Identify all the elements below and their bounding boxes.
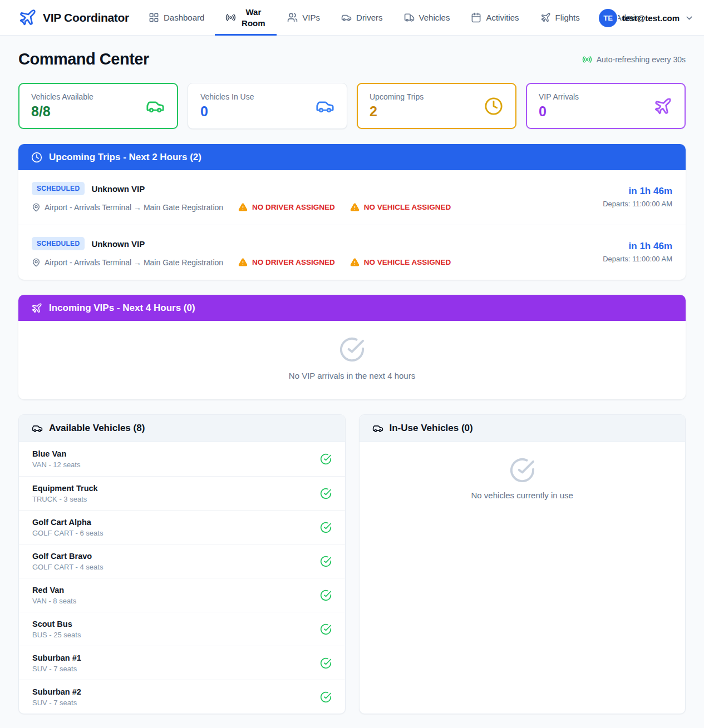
vehicle-row: Suburban #1 SUV - 7 seats	[19, 646, 345, 680]
vehicle-row: Suburban #2 SUV - 7 seats	[19, 680, 345, 714]
plane-icon	[653, 97, 672, 116]
vehicle-row: Red Van VAN - 8 seats	[19, 578, 345, 612]
nav-label: Vehicles	[419, 13, 450, 22]
empty-message: No VIP arrivals in the next 4 hours	[289, 371, 415, 380]
vips-empty-state: No VIP arrivals in the next 4 hours	[18, 321, 686, 399]
nav-label: VIPs	[302, 13, 320, 22]
vehicle-name: Golf Cart Alpha	[32, 518, 103, 527]
check-circle-icon	[320, 691, 332, 703]
trip-route: Airport - Arrivals Terminal → Main Gate …	[32, 258, 223, 267]
empty-message: No vehicles currently in use	[471, 491, 573, 500]
vehicle-name: Golf Cart Bravo	[32, 552, 103, 561]
stat-label: VIP Arrivals	[539, 92, 673, 101]
stat-value: 2	[370, 103, 504, 120]
nav-item-drivers[interactable]: Drivers	[331, 0, 393, 36]
stat-card-upcoming-trips: Upcoming Trips 2	[357, 83, 516, 129]
warning-triangle-icon	[350, 202, 360, 212]
warning-triangle-icon	[238, 257, 248, 267]
vehicle-row: Golf Cart Alpha GOLF CART - 6 seats	[19, 510, 345, 544]
check-circle-icon	[339, 336, 365, 363]
vehicle-row: Equipment Truck TRUCK - 3 seats	[19, 476, 345, 510]
upcoming-trips-header: Upcoming Trips - Next 2 Hours (2)	[18, 144, 686, 170]
no-driver-warning: NO DRIVER ASSIGNED	[238, 202, 335, 212]
vehicle-name: Blue Van	[32, 449, 80, 458]
trip-route-text: Airport - Arrivals Terminal → Main Gate …	[45, 258, 223, 267]
section-title: Upcoming Trips - Next 2 Hours (2)	[49, 152, 201, 163]
nav-item-dashboard[interactable]: Dashboard	[138, 0, 215, 36]
no-vehicle-warning: NO VEHICLE ASSIGNED	[350, 257, 451, 267]
trip-vip-name: Unknown VIP	[91, 184, 145, 194]
command-center-page: Command Center Auto-refreshing every 30s…	[0, 50, 704, 714]
trip-timing: in 1h 46m Departs: 11:00:00 AM	[603, 186, 672, 208]
trip-countdown: in 1h 46m	[603, 186, 672, 197]
vehicle-name: Suburban #1	[32, 653, 81, 662]
check-circle-icon	[320, 488, 332, 499]
vehicle-details: SUV - 7 seats	[32, 665, 81, 673]
trip-countdown: in 1h 46m	[603, 241, 672, 252]
truck-icon	[404, 12, 415, 23]
nav-label: War Room	[240, 7, 266, 28]
nav-item-vehicles[interactable]: Vehicles	[393, 0, 461, 36]
radio-icon	[225, 12, 236, 23]
trip-route: Airport - Arrivals Terminal → Main Gate …	[32, 203, 223, 212]
stat-value: 0	[200, 103, 334, 120]
car-icon	[32, 423, 43, 434]
car-icon	[316, 97, 334, 116]
warning-text: NO VEHICLE ASSIGNED	[364, 203, 451, 211]
brand[interactable]: VIP Coordinator	[18, 8, 129, 27]
auto-refresh-label: Auto-refreshing every 30s	[597, 55, 686, 64]
avatar[interactable]: TE	[599, 9, 617, 27]
plane-icon	[31, 303, 42, 314]
status-badge: SCHEDULED	[32, 237, 85, 250]
stat-card-vehicles-available: Vehicles Available 8/8	[18, 83, 178, 129]
check-circle-icon	[320, 623, 332, 635]
user-menu[interactable]: TE test@test.com	[599, 0, 694, 36]
nav-item-war-room[interactable]: War Room	[215, 0, 277, 36]
nav-label: Flights	[555, 13, 580, 22]
auto-refresh-status: Auto-refreshing every 30s	[582, 55, 686, 65]
vehicle-name: Scout Bus	[32, 620, 81, 628]
trip-departure-time: Departs: 11:00:00 AM	[603, 200, 672, 208]
trip-departure-time: Departs: 11:00:00 AM	[603, 255, 672, 263]
warning-triangle-icon	[350, 257, 360, 267]
brand-name: VIP Coordinator	[43, 11, 129, 24]
trip-row: SCHEDULED Unknown VIP Airport - Arrivals…	[18, 225, 686, 280]
map-pin-icon	[32, 258, 41, 267]
map-pin-icon	[32, 203, 41, 212]
users-icon	[287, 12, 298, 23]
in-use-vehicles-header: In-Use Vehicles (0)	[360, 415, 686, 442]
warning-text: NO VEHICLE ASSIGNED	[364, 258, 451, 266]
available-vehicles-header: Available Vehicles (8)	[19, 415, 345, 442]
section-title: Incoming VIPs - Next 4 Hours (0)	[49, 303, 195, 314]
check-circle-icon	[320, 556, 332, 567]
vehicle-details: VAN - 8 seats	[32, 597, 76, 605]
car-icon	[146, 97, 165, 116]
vehicle-row: Blue Van VAN - 12 seats	[19, 442, 345, 476]
user-email: test@test.com	[622, 13, 680, 23]
page-title: Command Center	[18, 50, 149, 68]
stat-cards: Vehicles Available 8/8 Vehicles In Use 0…	[18, 83, 686, 129]
clock-icon	[31, 152, 42, 163]
main-nav: Dashboard War Room VIPs Drivers Vehicles…	[138, 0, 650, 36]
chevron-down-icon[interactable]	[685, 13, 694, 23]
trip-row: SCHEDULED Unknown VIP Airport - Arrivals…	[18, 170, 686, 225]
warning-text: NO DRIVER ASSIGNED	[252, 258, 335, 266]
check-circle-icon	[320, 657, 332, 669]
nav-item-vips[interactable]: VIPs	[277, 0, 331, 36]
available-vehicles-panel: Available Vehicles (8) Blue Van VAN - 12…	[18, 414, 346, 714]
no-driver-warning: NO DRIVER ASSIGNED	[238, 257, 335, 267]
nav-item-flights[interactable]: Flights	[530, 0, 590, 36]
in-use-vehicles-panel: In-Use Vehicles (0) No vehicles currentl…	[359, 414, 686, 714]
vehicle-details: SUV - 7 seats	[32, 699, 81, 707]
vehicle-row: Golf Cart Bravo GOLF CART - 4 seats	[19, 544, 345, 578]
nav-item-activities[interactable]: Activities	[460, 0, 529, 36]
in-use-empty-state: No vehicles currently in use	[360, 442, 686, 500]
vehicle-panels: Available Vehicles (8) Blue Van VAN - 12…	[18, 414, 686, 714]
trip-timing: in 1h 46m Departs: 11:00:00 AM	[603, 241, 672, 263]
warning-text: NO DRIVER ASSIGNED	[252, 203, 335, 211]
vehicle-details: BUS - 25 seats	[32, 631, 81, 639]
vehicle-details: VAN - 12 seats	[32, 460, 80, 469]
page-header: Command Center Auto-refreshing every 30s	[18, 50, 686, 68]
stat-label: Vehicles Available	[31, 92, 165, 101]
stat-card-vehicles-in-use: Vehicles In Use 0	[188, 83, 347, 129]
